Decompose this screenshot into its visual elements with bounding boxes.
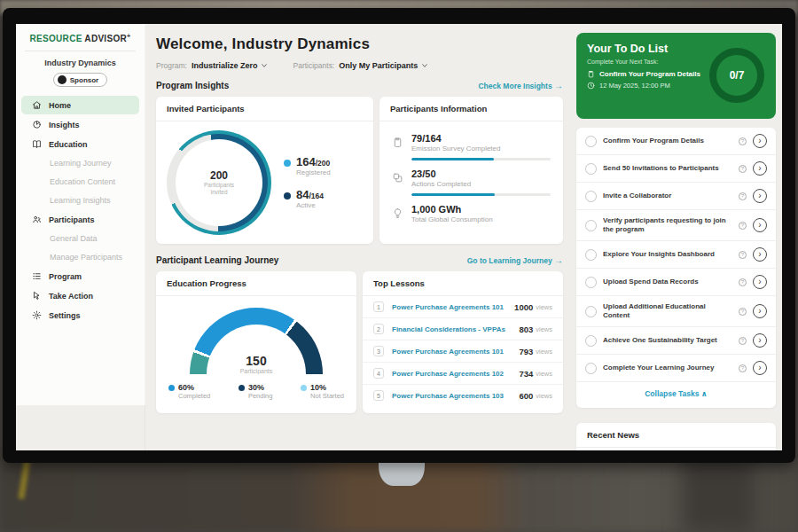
pending-dot-icon (239, 385, 245, 391)
task-checkbox[interactable] (585, 191, 597, 202)
recent-news-title: Recent News (576, 423, 776, 448)
arrow-right-icon: → (554, 255, 563, 265)
sidebar-item-settings[interactable]: Settings (21, 306, 139, 325)
task-chevron-button[interactable]: › (753, 189, 767, 203)
task-row[interactable]: Confirm Your Program Details ? › (576, 128, 776, 155)
legend-completed: 60% Completed (168, 383, 210, 400)
collapse-tasks-link[interactable]: Collapse Tasks ∧ (576, 382, 776, 406)
chevron-up-icon: ∧ (701, 389, 708, 398)
sidebar-item-program[interactable]: Program (21, 267, 139, 286)
invited-participants-title: Invited Participants (156, 97, 373, 121)
lesson-row[interactable]: 4 Power Purchase Agreements 102 734 view… (363, 363, 563, 385)
task-row[interactable]: Upload Additional Educational Content ? … (576, 296, 776, 327)
task-checkbox[interactable] (585, 163, 597, 175)
sidebar-item-learning-insights[interactable]: Learning Insights (21, 192, 139, 209)
logo-resource: RESOURCE (30, 34, 82, 43)
logo-advisor: ADVISOR+ (84, 34, 130, 43)
actions-completed-row: 23/50 Actions Completed (392, 168, 551, 196)
top-lessons-card: Top Lessons 1 Power Purchase Agreements … (363, 271, 563, 413)
task-row[interactable]: Explore Your Insights Dashboard ? › (576, 241, 776, 269)
task-info-icon[interactable]: ? (739, 308, 747, 316)
task-row[interactable]: Verify participants requesting to join t… (576, 210, 776, 241)
sidebar: RESOURCE ADVISOR+ Industry Dynamics Spon… (16, 24, 145, 450)
lesson-row[interactable]: 1 Power Purchase Agreements 101 1000 vie… (363, 296, 563, 318)
donut-center-value: 200 (210, 169, 228, 182)
task-checkbox[interactable] (585, 136, 597, 147)
task-chevron-button[interactable]: › (753, 304, 767, 318)
task-info-icon[interactable]: ? (739, 251, 747, 259)
check-more-insights-link[interactable]: Check More Insights → (478, 81, 563, 90)
settings-icon (32, 310, 42, 320)
lesson-row[interactable]: 2 Financial Considerations - VPPAs 803 v… (363, 318, 563, 340)
task-chevron-button[interactable]: › (753, 333, 767, 348)
task-info-icon[interactable]: ? (739, 337, 747, 345)
rank-badge: 2 (373, 324, 384, 334)
lesson-link[interactable]: Financial Considerations - VPPAs (392, 325, 519, 333)
participants-information-title: Participants Information (379, 97, 563, 121)
task-chevron-button[interactable]: › (753, 247, 767, 262)
go-to-learning-journey-link[interactable]: Go to Learning Journey → (467, 255, 563, 265)
task-checkbox[interactable] (585, 249, 597, 261)
participants-filter-label: Participants: (293, 61, 334, 70)
sidebar-item-insights[interactable]: Insights (21, 115, 139, 134)
legend-pending: 30% Pending (239, 383, 273, 400)
todo-hero-card: Your To Do List Complete Your Next Task:… (576, 33, 776, 119)
top-lessons-title: Top Lessons (363, 271, 563, 296)
clipboard-icon (587, 70, 595, 78)
task-checkbox[interactable] (585, 335, 597, 347)
sidebar-item-manage-participants[interactable]: Manage Participants (21, 248, 139, 266)
lesson-link[interactable]: Power Purchase Agreements 103 (392, 392, 519, 400)
task-row[interactable]: Achieve One Sustainability Target ? › (576, 327, 776, 355)
task-info-icon[interactable]: ? (739, 192, 747, 200)
task-chevron-button[interactable]: › (753, 161, 767, 176)
lesson-link[interactable]: Power Purchase Agreements 102 (392, 370, 519, 378)
task-info-icon[interactable]: ? (739, 278, 747, 286)
program-filter-label: Program: (156, 61, 187, 70)
task-chevron-button[interactable]: › (753, 275, 767, 289)
main-content: Welcome, Industry Dynamics Program: Indu… (145, 24, 572, 450)
sidebar-item-general-data[interactable]: General Data (21, 230, 139, 247)
sidebar-item-learning-journey[interactable]: Learning Journey (21, 154, 139, 172)
active-dot-icon (284, 192, 291, 200)
sidebar-item-education[interactable]: Education (21, 135, 139, 153)
right-panel: Your To Do List Complete Your Next Task:… (572, 24, 782, 450)
app-logo: RESOURCE ADVISOR+ (16, 33, 145, 43)
participants-icon (32, 215, 42, 224)
sponsor-badge[interactable]: Sponsor (53, 73, 107, 87)
task-info-icon[interactable]: ? (739, 137, 747, 145)
task-info-icon[interactable]: ? (739, 222, 747, 230)
todo-progress-count: 0/7 (730, 69, 745, 82)
lesson-row[interactable]: 3 Power Purchase Agreements 101 793 view… (363, 340, 563, 363)
lesson-row[interactable]: 5 Power Purchase Agreements 103 600 view… (363, 385, 563, 406)
task-info-icon[interactable]: ? (739, 364, 747, 372)
task-info-icon[interactable]: ? (739, 165, 747, 173)
task-row[interactable]: Invite a Collaborator ? › (576, 183, 776, 210)
program-select[interactable]: Industrialize Zero (192, 61, 269, 70)
legend-active: 84/164 Active (284, 189, 331, 209)
sidebar-item-participants[interactable]: Participants (21, 210, 139, 229)
task-checkbox[interactable] (585, 306, 597, 317)
insights-icon (32, 120, 42, 129)
task-row[interactable]: Send 50 Invitations to Participants ? › (576, 155, 776, 183)
sidebar-item-take-action[interactable]: Take Action (21, 286, 139, 305)
task-row[interactable]: Upload Spend Data Records ? › (576, 269, 776, 296)
lesson-link[interactable]: Power Purchase Agreements 101 (392, 303, 514, 311)
todo-due-date: 12 May 2025, 12:00 PM (599, 82, 670, 90)
task-chevron-button[interactable]: › (753, 218, 767, 232)
task-checkbox[interactable] (585, 277, 597, 288)
task-checkbox[interactable] (585, 363, 597, 374)
task-checkbox[interactable] (585, 220, 597, 231)
task-chevron-button[interactable]: › (753, 134, 767, 148)
gauge-center-value: 150 (190, 354, 323, 368)
lesson-link[interactable]: Power Purchase Agreements 101 (392, 348, 519, 356)
participants-select[interactable]: Only My Participants (339, 61, 428, 70)
sidebar-item-home[interactable]: Home (21, 96, 139, 114)
education-progress-gauge: 150 Participants (190, 308, 323, 374)
dashboard-screen: RESOURCE ADVISOR+ Industry Dynamics Spon… (16, 24, 782, 450)
program-insights-heading: Program Insights (156, 81, 229, 90)
task-row[interactable]: Complete Your Learning Journey ? › (576, 355, 776, 382)
rank-badge: 5 (373, 390, 384, 401)
task-chevron-button[interactable]: › (753, 361, 767, 375)
sidebar-item-education-content[interactable]: Education Content (21, 173, 139, 191)
program-icon (32, 271, 42, 281)
